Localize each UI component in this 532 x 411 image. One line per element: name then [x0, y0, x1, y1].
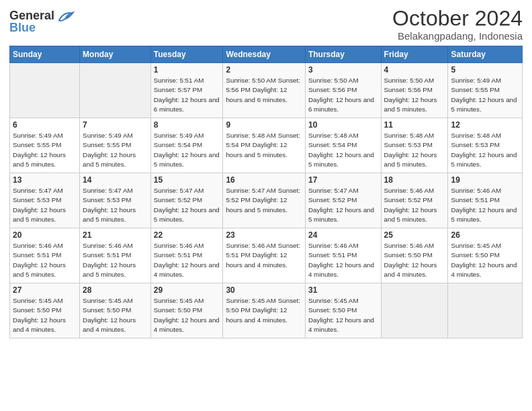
day-number: 26 [451, 230, 519, 240]
day-number: 7 [83, 120, 148, 130]
day-info: Sunrise: 5:50 AM Sunset: 5:56 PM Dayligh… [308, 76, 378, 114]
col-header-saturday: Saturday [448, 46, 523, 63]
day-info: Sunrise: 5:45 AM Sunset: 5:50 PM Dayligh… [226, 296, 302, 325]
week-row-4: 20Sunrise: 5:46 AM Sunset: 5:51 PM Dayli… [10, 228, 523, 283]
day-cell: 8Sunrise: 5:49 AM Sunset: 5:54 PM Daylig… [150, 118, 223, 173]
day-cell: 16Sunrise: 5:47 AM Sunset: 5:52 PM Dayli… [223, 173, 306, 228]
day-number: 11 [384, 120, 445, 130]
week-row-1: 1Sunrise: 5:51 AM Sunset: 5:57 PM Daylig… [10, 63, 523, 118]
day-number: 19 [451, 175, 519, 185]
day-info: Sunrise: 5:45 AM Sunset: 5:50 PM Dayligh… [451, 241, 519, 279]
day-number: 9 [226, 120, 302, 130]
day-cell: 26Sunrise: 5:45 AM Sunset: 5:50 PM Dayli… [448, 228, 523, 283]
day-number: 25 [384, 230, 445, 240]
day-number: 8 [154, 120, 220, 130]
day-number: 22 [154, 230, 220, 240]
col-header-thursday: Thursday [305, 46, 381, 63]
day-number: 30 [226, 285, 302, 295]
day-info: Sunrise: 5:51 AM Sunset: 5:57 PM Dayligh… [154, 76, 220, 114]
day-number: 18 [384, 175, 445, 185]
day-number: 12 [451, 120, 519, 130]
day-number: 10 [308, 120, 378, 130]
day-info: Sunrise: 5:49 AM Sunset: 5:55 PM Dayligh… [13, 131, 77, 169]
day-info: Sunrise: 5:47 AM Sunset: 5:53 PM Dayligh… [83, 186, 148, 224]
day-cell: 7Sunrise: 5:49 AM Sunset: 5:55 PM Daylig… [80, 118, 151, 173]
day-info: Sunrise: 5:49 AM Sunset: 5:55 PM Dayligh… [83, 131, 148, 169]
day-info: Sunrise: 5:46 AM Sunset: 5:51 PM Dayligh… [451, 186, 519, 224]
col-header-tuesday: Tuesday [150, 46, 223, 63]
day-cell: 27Sunrise: 5:45 AM Sunset: 5:50 PM Dayli… [10, 283, 80, 338]
day-cell: 3Sunrise: 5:50 AM Sunset: 5:56 PM Daylig… [305, 63, 381, 118]
week-row-5: 27Sunrise: 5:45 AM Sunset: 5:50 PM Dayli… [10, 283, 523, 338]
day-cell: 29Sunrise: 5:45 AM Sunset: 5:50 PM Dayli… [150, 283, 223, 338]
col-header-friday: Friday [381, 46, 448, 63]
logo: General Blue [9, 9, 75, 35]
day-cell: 15Sunrise: 5:47 AM Sunset: 5:52 PM Dayli… [150, 173, 223, 228]
day-cell: 9Sunrise: 5:48 AM Sunset: 5:54 PM Daylig… [223, 118, 306, 173]
day-info: Sunrise: 5:48 AM Sunset: 5:53 PM Dayligh… [451, 131, 519, 169]
subtitle: Belakangpadang, Indonesia [392, 30, 523, 42]
day-cell: 30Sunrise: 5:45 AM Sunset: 5:50 PM Dayli… [223, 283, 306, 338]
day-info: Sunrise: 5:49 AM Sunset: 5:54 PM Dayligh… [154, 131, 220, 169]
day-info: Sunrise: 5:46 AM Sunset: 5:51 PM Dayligh… [154, 241, 220, 279]
day-number: 20 [13, 230, 77, 240]
day-number: 1 [154, 65, 220, 75]
day-info: Sunrise: 5:48 AM Sunset: 5:54 PM Dayligh… [308, 131, 378, 169]
day-cell: 22Sunrise: 5:46 AM Sunset: 5:51 PM Dayli… [150, 228, 223, 283]
day-info: Sunrise: 5:45 AM Sunset: 5:50 PM Dayligh… [154, 296, 220, 334]
day-info: Sunrise: 5:48 AM Sunset: 5:53 PM Dayligh… [384, 131, 445, 169]
logo-bird-icon [56, 9, 75, 23]
week-row-3: 13Sunrise: 5:47 AM Sunset: 5:53 PM Dayli… [10, 173, 523, 228]
day-cell: 10Sunrise: 5:48 AM Sunset: 5:54 PM Dayli… [305, 118, 381, 173]
day-cell: 23Sunrise: 5:46 AM Sunset: 5:51 PM Dayli… [223, 228, 306, 283]
day-cell: 21Sunrise: 5:46 AM Sunset: 5:51 PM Dayli… [80, 228, 151, 283]
month-title: October 2024 [392, 7, 523, 30]
day-number: 16 [226, 175, 302, 185]
day-number: 5 [451, 65, 519, 75]
day-cell: 17Sunrise: 5:47 AM Sunset: 5:52 PM Dayli… [305, 173, 381, 228]
day-number: 21 [83, 230, 148, 240]
day-number: 27 [13, 285, 77, 295]
day-info: Sunrise: 5:50 AM Sunset: 5:56 PM Dayligh… [226, 76, 302, 105]
day-number: 31 [308, 285, 378, 295]
day-cell: 25Sunrise: 5:46 AM Sunset: 5:50 PM Dayli… [381, 228, 448, 283]
day-cell: 14Sunrise: 5:47 AM Sunset: 5:53 PM Dayli… [80, 173, 151, 228]
day-cell: 28Sunrise: 5:45 AM Sunset: 5:50 PM Dayli… [80, 283, 151, 338]
day-cell: 13Sunrise: 5:47 AM Sunset: 5:53 PM Dayli… [10, 173, 80, 228]
day-cell: 11Sunrise: 5:48 AM Sunset: 5:53 PM Dayli… [381, 118, 448, 173]
day-cell: 19Sunrise: 5:46 AM Sunset: 5:51 PM Dayli… [448, 173, 523, 228]
day-number: 24 [308, 230, 378, 240]
day-number: 4 [384, 65, 445, 75]
day-cell: 1Sunrise: 5:51 AM Sunset: 5:57 PM Daylig… [150, 63, 223, 118]
day-info: Sunrise: 5:47 AM Sunset: 5:53 PM Dayligh… [13, 186, 77, 224]
day-cell [80, 63, 151, 118]
day-number: 23 [226, 230, 302, 240]
header-row: SundayMondayTuesdayWednesdayThursdayFrid… [10, 46, 523, 63]
day-info: Sunrise: 5:46 AM Sunset: 5:51 PM Dayligh… [13, 241, 77, 279]
day-number: 3 [308, 65, 378, 75]
day-info: Sunrise: 5:50 AM Sunset: 5:56 PM Dayligh… [384, 76, 445, 114]
day-info: Sunrise: 5:45 AM Sunset: 5:50 PM Dayligh… [13, 296, 77, 334]
col-header-monday: Monday [80, 46, 151, 63]
day-cell: 31Sunrise: 5:45 AM Sunset: 5:50 PM Dayli… [305, 283, 381, 338]
day-info: Sunrise: 5:46 AM Sunset: 5:51 PM Dayligh… [226, 241, 302, 270]
day-cell [448, 283, 523, 338]
day-info: Sunrise: 5:47 AM Sunset: 5:52 PM Dayligh… [308, 186, 378, 224]
day-info: Sunrise: 5:45 AM Sunset: 5:50 PM Dayligh… [308, 296, 378, 334]
day-cell: 18Sunrise: 5:46 AM Sunset: 5:52 PM Dayli… [381, 173, 448, 228]
day-number: 28 [83, 285, 148, 295]
day-cell: 6Sunrise: 5:49 AM Sunset: 5:55 PM Daylig… [10, 118, 80, 173]
week-row-2: 6Sunrise: 5:49 AM Sunset: 5:55 PM Daylig… [10, 118, 523, 173]
page-container: General Blue October 2024 Belakangpadang… [0, 0, 532, 344]
day-info: Sunrise: 5:46 AM Sunset: 5:50 PM Dayligh… [384, 241, 445, 279]
day-info: Sunrise: 5:46 AM Sunset: 5:51 PM Dayligh… [83, 241, 148, 279]
day-number: 29 [154, 285, 220, 295]
day-info: Sunrise: 5:46 AM Sunset: 5:52 PM Dayligh… [384, 186, 445, 224]
day-cell: 20Sunrise: 5:46 AM Sunset: 5:51 PM Dayli… [10, 228, 80, 283]
day-info: Sunrise: 5:47 AM Sunset: 5:52 PM Dayligh… [154, 186, 220, 224]
day-number: 15 [154, 175, 220, 185]
day-info: Sunrise: 5:46 AM Sunset: 5:51 PM Dayligh… [308, 241, 378, 279]
col-header-sunday: Sunday [10, 46, 80, 63]
day-cell: 2Sunrise: 5:50 AM Sunset: 5:56 PM Daylig… [223, 63, 306, 118]
header: General Blue October 2024 Belakangpadang… [9, 7, 523, 42]
